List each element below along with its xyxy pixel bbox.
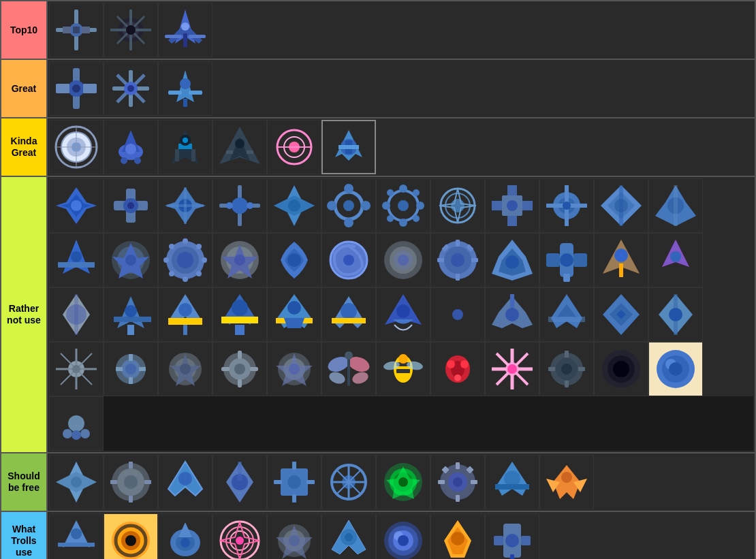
- svg-point-27: [72, 84, 80, 93]
- list-item: [158, 287, 212, 342]
- svg-point-103: [387, 215, 394, 222]
- list-item: [104, 342, 158, 396]
- svg-point-201: [341, 303, 357, 319]
- svg-point-238: [180, 364, 191, 374]
- svg-rect-4: [63, 27, 71, 33]
- svg-rect-279: [565, 351, 569, 357]
- svg-point-368: [345, 533, 353, 541]
- svg-rect-5: [82, 27, 90, 33]
- svg-point-120: [563, 202, 571, 210]
- svg-point-98: [399, 219, 407, 227]
- svg-point-292: [63, 429, 72, 438]
- svg-point-286: [613, 361, 629, 377]
- tier-label-kinda: Kinda Great: [1, 118, 48, 176]
- list-item: [158, 233, 212, 287]
- svg-point-100: [416, 202, 424, 210]
- list-item: [376, 233, 430, 287]
- svg-point-207: [505, 308, 519, 321]
- list-item: [212, 342, 267, 396]
- svg-point-245: [234, 364, 245, 374]
- svg-point-217: [669, 308, 682, 321]
- list-item: [158, 120, 212, 174]
- tier-list: Top10: [0, 0, 756, 559]
- list-item: [485, 513, 539, 559]
- svg-point-346: [71, 528, 82, 539]
- list-item: [648, 178, 703, 233]
- svg-point-115: [507, 200, 518, 211]
- list-item: [212, 233, 267, 287]
- svg-point-152: [343, 255, 354, 266]
- svg-point-264: [447, 360, 455, 368]
- svg-point-307: [178, 472, 192, 485]
- svg-point-134: [125, 255, 136, 266]
- svg-point-230: [125, 364, 136, 374]
- svg-rect-187: [127, 325, 134, 335]
- svg-rect-124: [619, 185, 623, 226]
- svg-rect-345: [58, 543, 95, 547]
- list-item: [485, 455, 539, 509]
- svg-point-252: [328, 370, 347, 385]
- svg-rect-127: [674, 185, 678, 226]
- svg-point-141: [202, 257, 207, 263]
- svg-point-97: [399, 185, 407, 193]
- tier-content-top10: [48, 1, 755, 59]
- svg-rect-160: [456, 274, 460, 281]
- svg-rect-381: [510, 554, 514, 559]
- svg-rect-189: [168, 318, 202, 325]
- list-item: [104, 120, 158, 174]
- svg-rect-303: [144, 480, 151, 484]
- svg-point-205: [452, 309, 463, 320]
- svg-rect-114: [522, 201, 533, 210]
- svg-point-145: [196, 271, 202, 276]
- svg-rect-339: [495, 484, 529, 490]
- svg-point-49: [125, 144, 136, 155]
- tier-label-should: Should be free: [1, 453, 48, 511]
- svg-rect-302: [110, 480, 117, 484]
- list-item: [539, 342, 594, 396]
- list-item: [539, 287, 594, 342]
- svg-point-190: [178, 303, 192, 317]
- list-item: [104, 287, 158, 342]
- svg-rect-112: [507, 216, 517, 226]
- svg-rect-195: [235, 325, 245, 335]
- svg-point-102: [413, 189, 420, 196]
- svg-point-149: [234, 255, 245, 266]
- svg-point-294: [72, 430, 81, 440]
- tier-row-top10: Top10: [1, 1, 755, 60]
- list-item: [539, 455, 594, 509]
- svg-point-373: [398, 535, 409, 546]
- svg-rect-282: [578, 367, 585, 371]
- svg-rect-280: [565, 381, 569, 387]
- svg-point-137: [177, 252, 193, 268]
- svg-rect-170: [546, 253, 560, 267]
- svg-rect-60: [226, 150, 233, 154]
- svg-rect-185: [114, 317, 151, 322]
- list-item: [376, 513, 430, 559]
- svg-point-253: [351, 370, 370, 385]
- svg-point-364: [289, 535, 300, 546]
- svg-rect-315: [306, 480, 315, 484]
- svg-rect-61: [247, 150, 253, 154]
- svg-rect-40: [183, 99, 187, 107]
- list-item: [648, 287, 703, 342]
- svg-point-360: [236, 537, 244, 545]
- tier-row-should: Should be free: [1, 453, 755, 512]
- svg-point-101: [387, 189, 394, 196]
- list-item: [104, 178, 158, 233]
- svg-point-91: [344, 184, 353, 193]
- tier-label-trolls: What Trolls use: [1, 512, 48, 559]
- tier-row-trolls: What Trolls use: [1, 512, 755, 559]
- svg-point-143: [196, 244, 202, 249]
- list-item: [321, 342, 376, 396]
- svg-point-92: [344, 218, 353, 227]
- svg-point-297: [71, 477, 82, 488]
- svg-rect-191: [183, 325, 187, 335]
- svg-rect-38: [189, 91, 202, 95]
- list-item: [158, 178, 212, 233]
- svg-point-105: [398, 200, 409, 211]
- svg-rect-113: [492, 201, 502, 210]
- list-item: [430, 455, 485, 509]
- svg-point-104: [413, 215, 420, 222]
- svg-point-172: [560, 253, 573, 267]
- svg-rect-313: [292, 494, 296, 502]
